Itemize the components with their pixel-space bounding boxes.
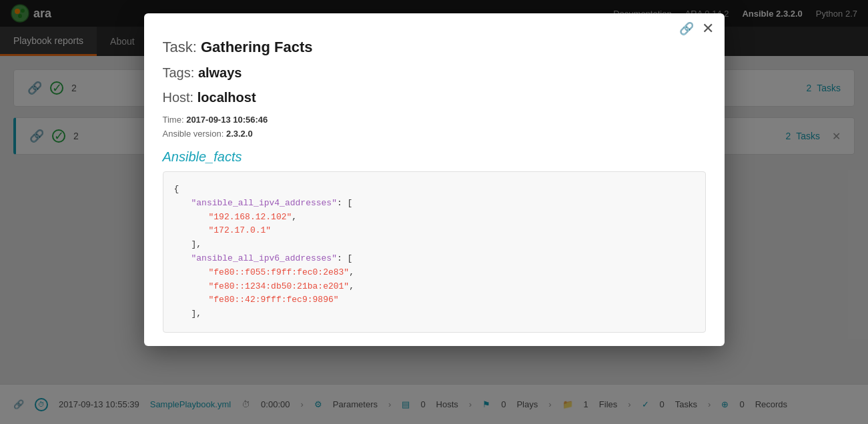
modal-task-title: Task: Gathering Facts [163, 39, 706, 56]
modal-body: Task: Gathering Facts Tags: always Host:… [144, 36, 725, 346]
modal-close-button[interactable]: ✕ [702, 21, 714, 36]
modal-time: Time: 2017-09-13 10:56:46 [163, 115, 706, 125]
modal-host: Host: localhost [163, 90, 706, 105]
modal-tags: Tags: always [163, 65, 706, 81]
modal-section-title: Ansible_facts [163, 149, 706, 165]
modal-overlay[interactable]: 🔗 ✕ Task: Gathering Facts Tags: always H… [0, 0, 868, 424]
modal-link-icon[interactable]: 🔗 [679, 21, 694, 36]
modal: 🔗 ✕ Task: Gathering Facts Tags: always H… [144, 13, 725, 346]
modal-header: 🔗 ✕ [144, 13, 725, 36]
code-block: { "ansible_all_ipv4_addresses": [ "192.1… [163, 171, 706, 333]
modal-ansible-version: Ansible version: 2.3.2.0 [163, 129, 706, 139]
